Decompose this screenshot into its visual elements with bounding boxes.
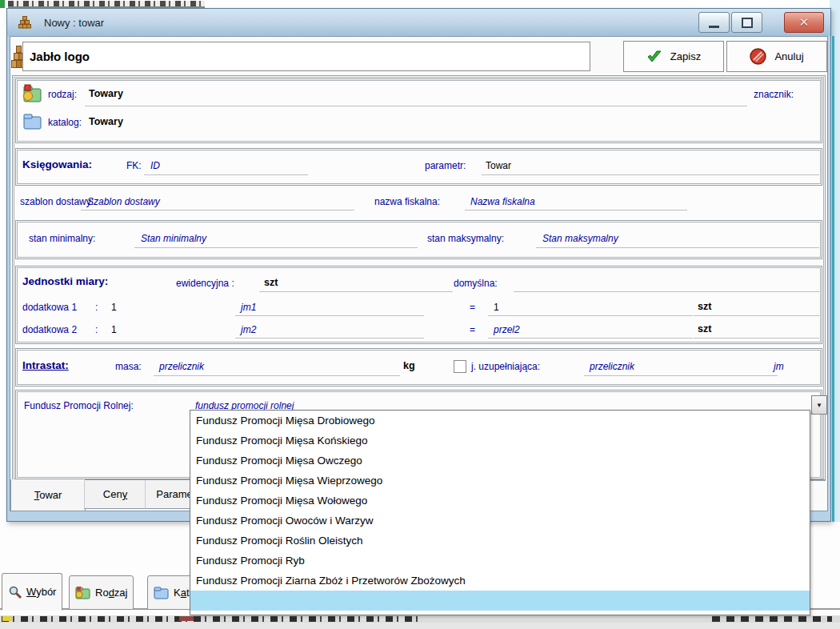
tab-towar[interactable]: Towar <box>10 479 86 511</box>
chevron-down-icon: ▼ <box>816 402 822 409</box>
close-button[interactable]: ✕ <box>784 12 824 33</box>
fundusz-dropdown-button[interactable]: ▼ <box>811 395 827 415</box>
tab-wybor[interactable]: Wybór <box>2 573 62 611</box>
save-button[interactable]: Zapisz <box>623 41 724 72</box>
parametr-label: parametr: <box>425 160 466 171</box>
titlebar[interactable]: Nowy : towar ✕ <box>7 9 830 36</box>
rodzaj-value[interactable]: Towary <box>89 88 123 99</box>
name-input[interactable]: Jabło logo <box>22 42 590 71</box>
dodatkowa2-label: dodatkowa 2 <box>22 324 77 335</box>
group-ksiegowania: Księgowania: FK: ID parametr: Towar <box>15 148 822 186</box>
ewidencyjna-value[interactable]: szt <box>264 277 278 288</box>
dropdown-option[interactable]: Fundusz Promocji Ziarna Zbóż i Przetworó… <box>190 571 810 591</box>
dropdown-option[interactable]: Fundusz Promocji Ryb <box>190 551 810 571</box>
fk-value[interactable]: ID <box>150 160 160 171</box>
tab-ceny-label: Ceny <box>103 488 127 500</box>
fk-underline <box>144 174 308 175</box>
dropdown-option[interactable]: Fundusz Promocji Owoców i Warzyw <box>190 511 810 531</box>
katalog-value[interactable]: Towary <box>89 116 123 127</box>
dodatkowa1-label: dodatkowa 1 <box>22 302 77 313</box>
dodatkowa1-value[interactable]: 1 <box>494 302 499 313</box>
magnifier-icon <box>8 585 22 599</box>
stan-max-value[interactable]: Stan maksymalny <box>542 233 618 244</box>
dodatkowa2-value[interactable]: przel2 <box>494 324 520 335</box>
fundusz-label: Fundusz Promocji Rolnej: <box>24 400 134 411</box>
dodatkowa1-unit-underline <box>694 315 819 316</box>
save-label: Zapisz <box>670 50 701 62</box>
stan-min-label: stan minimalny: <box>29 233 95 244</box>
tab-wybor-label: Wybór <box>26 586 56 598</box>
background-clipped-text <box>8 1 205 8</box>
stan-min-value[interactable]: Stan minimalny <box>141 233 206 244</box>
szablon-label: szablon dostawy: <box>20 196 94 207</box>
close-icon: ✕ <box>799 15 810 30</box>
cancel-button[interactable]: Anuluj <box>726 41 827 72</box>
parametr-value[interactable]: Towar <box>486 160 511 171</box>
maximize-button[interactable] <box>731 12 762 33</box>
folder-flag-icon <box>22 84 42 103</box>
znacznik-label: znacznik: <box>754 89 794 100</box>
minimize-icon <box>709 26 719 28</box>
background-cyan-line <box>832 36 834 524</box>
tab-rodzaj[interactable]: Rodzaj <box>69 575 134 610</box>
window-title: Nowy : towar <box>44 17 104 29</box>
dodatkowa1-colon: : <box>95 302 98 313</box>
dodatkowa1-value-underline <box>488 315 693 316</box>
dropdown-option[interactable]: Fundusz Promocji Mięsa Wieprzowego <box>190 471 810 491</box>
cancel-label: Anuluj <box>774 50 803 62</box>
uzupelniajaca-checkbox[interactable] <box>454 360 466 373</box>
dropdown-option[interactable]: Fundusz Promocji Roślin Oleistych <box>190 531 810 551</box>
no-entry-icon <box>750 48 766 65</box>
ewidencyjna-label: ewidencyjna : <box>176 278 234 289</box>
dropdown-option[interactable]: Fundusz Promocji Mięsa Drobiowego <box>190 411 810 431</box>
parametr-underline <box>482 174 819 175</box>
dropdown-option[interactable]: Fundusz Promocji Mięsa Owczego <box>190 451 810 471</box>
dodatkowa1-mult[interactable]: 1 <box>111 302 117 313</box>
maximize-icon <box>742 18 753 28</box>
tab-ceny[interactable]: Ceny <box>84 480 146 509</box>
stan-max-underline <box>536 247 819 248</box>
szablon-value[interactable]: Szablon dostawy <box>87 196 160 207</box>
ksiegowania-header: Księgowania: <box>22 158 92 170</box>
group-classification: rodzaj: Towary znacznik: katalog: Towary <box>15 78 822 143</box>
masa-underline <box>154 375 400 376</box>
dropdown-option[interactable]: Fundusz Promocji Mięsa Wołowego <box>190 491 810 511</box>
uzupelniajaca-underline <box>584 375 778 376</box>
dodatkowa2-value-underline <box>488 338 693 339</box>
tab-katalog-label: Kat <box>174 587 190 599</box>
rodzaj-label: rodzaj: <box>48 89 77 100</box>
background-red-chip <box>179 616 194 621</box>
dodatkowa1-jm[interactable]: jm1 <box>241 302 256 313</box>
tab-rodzaj-label: Rodzaj <box>95 587 127 599</box>
screen: { "chrome": { "title": "Nowy : towar", "… <box>0 0 840 629</box>
jm-unit: jm <box>774 361 784 372</box>
name-value: Jabło logo <box>30 50 90 63</box>
kg-unit: kg <box>403 360 415 371</box>
katalog-label: katalog: <box>48 117 82 128</box>
dropdown-option-selected-empty[interactable] <box>190 591 810 611</box>
masa-label: masa: <box>115 361 142 372</box>
dodatkowa2-unit: szt <box>698 323 711 335</box>
dodatkowa2-mult[interactable]: 1 <box>111 324 117 335</box>
folder-blue-icon <box>154 586 170 599</box>
dropdown-option[interactable]: Fundusz Promocji Mięsa Końskiego <box>190 431 810 451</box>
ewidencyjna-underline <box>259 291 453 292</box>
dodatkowa2-jm-underline <box>235 338 424 339</box>
fk-label: FK: <box>126 160 142 171</box>
minimize-button[interactable] <box>698 12 730 33</box>
stan-max-label: stan maksymalny: <box>427 233 504 244</box>
fiskalna-value[interactable]: Nazwa fiskalna <box>470 196 535 207</box>
dodatkowa2-eq: = <box>470 324 475 335</box>
jednostki-header: Jednostki miary: <box>22 275 108 287</box>
dodatkowa2-colon: : <box>95 324 98 335</box>
dodatkowa2-jm[interactable]: jm2 <box>241 324 256 335</box>
uzupelniajaca-value[interactable]: przelicznik <box>590 361 634 372</box>
domyslna-underline <box>514 291 819 292</box>
masa-value[interactable]: przelicznik <box>159 361 204 372</box>
background-grid-text-sliver2 <box>712 616 832 622</box>
fiskalna-label: nazwa fiskalna: <box>374 196 440 207</box>
fiskalna-underline <box>465 210 687 210</box>
background-grid-text-sliver <box>2 616 418 622</box>
stan-min-underline <box>134 247 418 248</box>
background-green-block <box>0 0 5 8</box>
